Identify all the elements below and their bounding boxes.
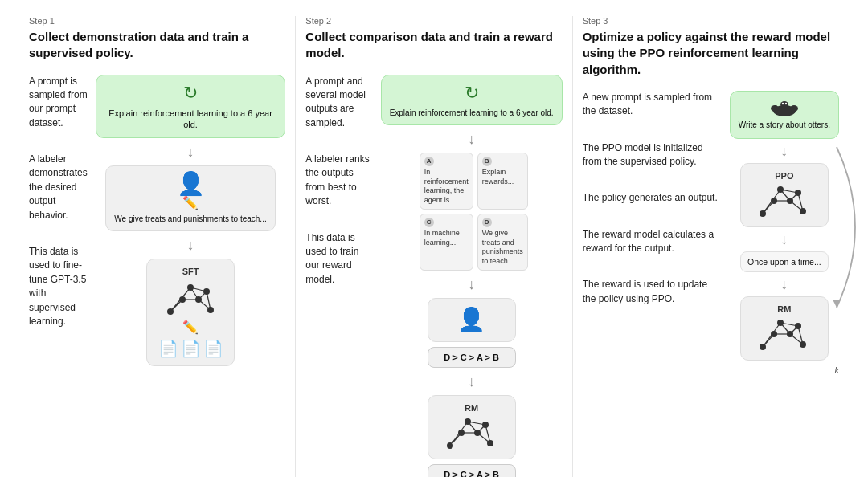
step2-arrow2: ↓ xyxy=(468,277,475,292)
step2-rm-card: RM xyxy=(428,395,516,459)
svg-point-32 xyxy=(780,101,788,108)
svg-point-13 xyxy=(207,307,214,313)
step2-prompt-card: ↻ Explain reinforcement learning to a 6 … xyxy=(381,75,563,126)
step3-text5: The reward is used to update the policy … xyxy=(583,278,722,306)
step3-ppo-svg xyxy=(756,183,813,219)
svg-point-25 xyxy=(474,430,481,436)
step2-ranking-bottom: D > C > A > B xyxy=(428,464,516,477)
svg-point-30 xyxy=(790,105,798,112)
svg-point-10 xyxy=(187,284,194,291)
step2-arrow3: ↓ xyxy=(468,374,475,389)
svg-point-11 xyxy=(195,296,202,303)
svg-point-57 xyxy=(760,344,766,350)
svg-point-23 xyxy=(458,430,465,436)
svg-point-31 xyxy=(774,105,777,108)
svg-point-48 xyxy=(800,208,806,214)
k-label: k xyxy=(834,365,839,375)
step1-prompt-text: Explain reinforcement learning to a 6 ye… xyxy=(104,108,277,131)
step1-output-text: We give treats and punishments to teach.… xyxy=(114,214,266,224)
svg-point-58 xyxy=(771,331,777,337)
loop-icon2: ↻ xyxy=(465,82,479,105)
step3-diagram: Write a story about otters. ↓ PPO xyxy=(730,91,839,361)
person-icon2: 👤 xyxy=(457,308,485,331)
svg-point-34 xyxy=(785,103,787,104)
step2-arrow1: ↓ xyxy=(468,132,475,146)
quad-card-a: A In reinforcement learning, the agent i… xyxy=(420,153,473,210)
svg-point-47 xyxy=(795,190,801,196)
svg-point-45 xyxy=(777,186,784,193)
svg-point-8 xyxy=(167,308,174,315)
step3-label: Step 3 xyxy=(583,16,839,26)
step3-arrow1: ↓ xyxy=(780,144,788,158)
step2-diagram: ↻ Explain reinforcement learning to a 6 … xyxy=(381,75,563,478)
svg-point-43 xyxy=(760,210,766,217)
quad-card-d: D We give treats and punishments to teac… xyxy=(477,214,528,271)
step2-text2: A labeler ranks the outputs from best to… xyxy=(305,153,372,209)
step1-text2: A labeler demonstrates the desired outpu… xyxy=(29,153,88,222)
step1-label: Step 1 xyxy=(29,16,285,26)
pen-icon: ✏️ xyxy=(182,195,199,212)
feedback-arrow-svg xyxy=(833,139,857,316)
svg-point-24 xyxy=(465,418,471,425)
svg-point-9 xyxy=(179,296,186,303)
quad-card-b: B Explain rewards... xyxy=(477,153,528,210)
step2-person-card: 👤 xyxy=(428,298,516,342)
step3-text4: The reward model calculates a reward for… xyxy=(583,228,722,256)
svg-point-59 xyxy=(777,320,784,326)
step3-right-col: Write a story about otters. ↓ PPO xyxy=(730,91,839,361)
svg-point-61 xyxy=(795,323,801,329)
pen-icon2: ✏️ xyxy=(182,320,199,336)
step1-text3: This data is used to fine-tune GPT-3.5 w… xyxy=(29,245,88,328)
otter-svg xyxy=(768,100,800,117)
step3-arrow3: ↓ xyxy=(780,277,788,292)
step3-prompt-text: Write a story about otters. xyxy=(739,120,830,130)
step3-title: Optimize a policy against the reward mod… xyxy=(583,29,839,78)
step2-network-svg xyxy=(444,415,500,451)
step1-network-svg xyxy=(162,279,219,320)
step1-diagram: ↻ Explain reinforcement learning to a 6 … xyxy=(96,75,286,366)
step3-output-card: Once upon a time... xyxy=(740,251,829,272)
step3-ppo-card: PPO xyxy=(740,163,829,227)
step3-ppo-label: PPO xyxy=(775,170,793,181)
label-b: B xyxy=(482,157,492,166)
step3-column: Step 3 Optimize a policy against the rew… xyxy=(573,16,849,477)
svg-point-60 xyxy=(787,331,793,337)
step2-label: Step 2 xyxy=(305,16,562,26)
step1-person-card: 👤 ✏️ We give treats and punishments to t… xyxy=(105,165,275,232)
svg-marker-63 xyxy=(833,300,841,308)
step3-rm-label: RM xyxy=(777,304,791,315)
arrow1: ↓ xyxy=(187,145,194,159)
step3-rm-card: RM xyxy=(740,296,829,361)
step1-column: Step 1 Collect demonstration data and tr… xyxy=(19,16,296,477)
step2-quad-grid: A In reinforcement learning, the agent i… xyxy=(420,153,524,271)
arrow2: ↓ xyxy=(187,238,194,252)
quad-card-c: C In machine learning... xyxy=(420,214,473,271)
label-d: D xyxy=(482,218,492,227)
loop-icon: ↻ xyxy=(183,82,198,105)
label-c: C xyxy=(424,218,434,227)
label-a: A xyxy=(424,157,434,166)
doc-row: 📄📄📄 xyxy=(158,338,223,359)
svg-point-44 xyxy=(771,198,777,204)
step3-text3: The policy generates an output. xyxy=(583,191,722,205)
step1-prompt-card: ↻ Explain reinforcement learning to a 6 … xyxy=(96,75,286,138)
step2-prompt-text: Explain reinforcement learning to a 6 ye… xyxy=(390,108,554,118)
svg-point-26 xyxy=(482,422,489,428)
step1-text1: A prompt is sampled from our prompt data… xyxy=(29,75,88,131)
svg-point-27 xyxy=(487,440,493,446)
step2-ranking-top: D > C > A > B xyxy=(428,347,516,368)
step1-title: Collect demonstration data and train a s… xyxy=(29,29,285,62)
step3-text1: A new prompt is sampled from the dataset… xyxy=(583,91,722,119)
step1-sft-card: SFT xyxy=(146,259,235,365)
step2-column: Step 2 Collect comparison data and train… xyxy=(296,16,572,477)
step3-prompt-card: Write a story about otters. xyxy=(730,91,839,139)
svg-point-12 xyxy=(203,288,210,295)
step2-text3: This data is used to train our reward mo… xyxy=(305,231,372,287)
step3-arrow2: ↓ xyxy=(780,232,788,247)
step3-rm-svg xyxy=(756,316,813,353)
step3-text2: The PPO model is initialized from the su… xyxy=(583,141,722,169)
step1-model-label: SFT xyxy=(182,266,199,277)
svg-point-22 xyxy=(447,442,453,449)
step2-text1: A prompt and several model outputs are s… xyxy=(305,75,372,131)
step2-model-label: RM xyxy=(465,402,478,414)
